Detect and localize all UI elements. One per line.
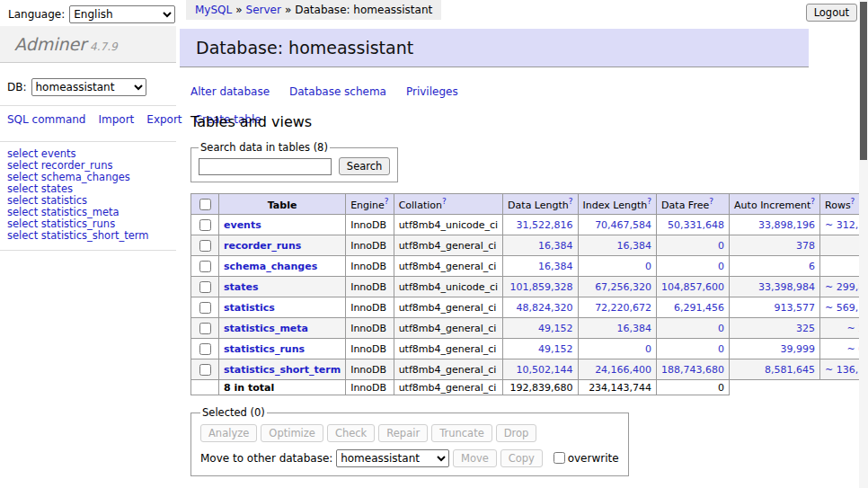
data-free-link[interactable]: 0 — [718, 261, 724, 272]
data-length-link[interactable]: 48,824,320 — [517, 302, 573, 314]
help-link[interactable]: ? — [647, 197, 651, 206]
index-length-link[interactable]: 72,220,672 — [595, 302, 651, 314]
data-free-link[interactable]: 0 — [718, 343, 724, 355]
row-checkbox[interactable] — [199, 302, 211, 314]
data-length-cell: 16,384 — [503, 235, 578, 256]
index-length-link[interactable]: 0 — [645, 343, 651, 355]
selected-action-button[interactable]: Truncate — [431, 424, 492, 442]
table-name-cell: states — [219, 277, 346, 297]
collation-cell: utf8mb4_general_ci — [394, 297, 502, 318]
table-name-link[interactable]: statistics_short_term — [224, 364, 341, 376]
select-all-checkbox[interactable] — [199, 199, 211, 210]
data-length-link[interactable]: 16,384 — [538, 261, 573, 272]
row-checkbox[interactable] — [199, 281, 211, 293]
scrollbar-thumb[interactable] — [860, 2, 867, 160]
auto-increment-link[interactable]: 33,398,984 — [758, 281, 815, 293]
table-name-link[interactable]: statistics_runs — [224, 343, 305, 355]
scrollbar-track[interactable] — [859, 0, 868, 488]
data-length-link[interactable]: 16,384 — [538, 240, 573, 252]
sidebar-menu-link[interactable]: Export — [146, 113, 182, 126]
overwrite-checkbox[interactable] — [554, 452, 565, 464]
auto-increment-link[interactable]: 8,581,645 — [765, 364, 815, 376]
row-checkbox[interactable] — [199, 240, 211, 252]
table-name-link[interactable]: recorder_runs — [224, 240, 301, 252]
data-length-link[interactable]: 101,859,328 — [510, 281, 573, 293]
help-link[interactable]: ? — [385, 197, 389, 206]
search-input[interactable] — [199, 158, 332, 175]
selected-action-button[interactable]: Drop — [496, 424, 537, 442]
data-free-link[interactable]: 6,291,456 — [674, 302, 724, 314]
index-length-link[interactable]: 24,166,400 — [595, 364, 651, 376]
data-length-link[interactable]: 49,152 — [538, 343, 573, 355]
selected-action-button[interactable]: Repair — [378, 424, 428, 442]
help-link[interactable]: ? — [851, 197, 855, 206]
table-name-link[interactable]: statistics_meta — [224, 323, 308, 334]
selected-action-button[interactable]: Check — [327, 424, 375, 442]
overwrite-label: overwrite — [568, 452, 619, 465]
index-length-link[interactable]: 16,384 — [617, 323, 652, 334]
database-actions: Alter databaseDatabase schemaPrivileges — [190, 85, 809, 98]
move-button[interactable]: Move — [453, 449, 497, 467]
search-legend: Search data in tables (8) — [199, 141, 330, 154]
auto-increment-link[interactable]: 325 — [796, 323, 815, 334]
data-free-link[interactable]: 0 — [718, 323, 724, 334]
row-checkbox[interactable] — [199, 343, 211, 355]
copy-button[interactable]: Copy — [500, 449, 543, 467]
data-length-link[interactable]: 31,522,816 — [517, 219, 573, 231]
auto-increment-link[interactable]: 378 — [796, 240, 815, 252]
table-name-link[interactable]: events — [224, 219, 261, 231]
database-action-link[interactable]: Privileges — [406, 85, 458, 98]
help-link[interactable]: ? — [709, 197, 713, 206]
index-length-link[interactable]: 16,384 — [617, 240, 652, 252]
language-select[interactable]: English — [69, 5, 175, 23]
sidebar-menu-link[interactable]: SQL command — [7, 113, 85, 126]
database-action-link[interactable]: Alter database — [190, 85, 270, 98]
data-length-link[interactable]: 49,152 — [538, 323, 573, 334]
index-length-cell: 0 — [578, 256, 657, 277]
row-cell-checkbox — [191, 359, 219, 380]
auto-increment-link[interactable]: 6 — [809, 261, 815, 272]
sidebar-menu-link[interactable]: Import — [98, 113, 134, 126]
search-button[interactable]: Search — [339, 157, 391, 175]
data-free-link[interactable]: 188,743,680 — [661, 364, 724, 376]
table-name-link[interactable]: states — [224, 281, 259, 293]
data-length-link[interactable]: 10,502,144 — [517, 364, 573, 376]
auto-increment-link[interactable]: 33,898,196 — [758, 219, 815, 231]
table-footer-row: 8 in total InnoDB utf8mb4_general_ci 192… — [191, 380, 868, 395]
database-action-link[interactable]: Database schema — [289, 85, 386, 98]
language-label: Language: — [8, 8, 65, 21]
table-name-cell: schema_changes — [219, 256, 346, 277]
row-checkbox[interactable] — [199, 219, 211, 231]
move-database-select[interactable]: homeassistant — [336, 449, 449, 467]
table-name-link[interactable]: schema_changes — [224, 261, 317, 272]
header-cell: Engine? — [346, 194, 394, 215]
breadcrumb-link-server[interactable]: Server — [246, 4, 281, 16]
data-free-link[interactable]: 104,857,600 — [661, 281, 724, 293]
table-header-row: TableEngine?Collation?Data Length?Index … — [191, 194, 868, 215]
header-cell: Index Length? — [578, 194, 657, 215]
footer-total: 8 in total — [219, 380, 346, 395]
selected-action-button[interactable]: Analyze — [200, 424, 257, 442]
auto-increment-cell: 913,577 — [730, 297, 820, 318]
auto-increment-link[interactable]: 913,577 — [775, 302, 816, 314]
data-free-link[interactable]: 0 — [718, 240, 724, 252]
data-free-link[interactable]: 50,331,648 — [668, 219, 724, 231]
auto-increment-link[interactable]: 39,999 — [781, 343, 816, 355]
index-length-link[interactable]: 67,256,320 — [595, 281, 651, 293]
logout-button[interactable]: Logout — [806, 4, 857, 22]
table-row: schema_changes InnoDB utf8mb4_general_ci… — [191, 256, 868, 277]
search-fieldset: Search data in tables (8) Search — [190, 141, 398, 182]
sidebar-table-link[interactable]: select statistics_short_term — [7, 230, 169, 242]
index-length-link[interactable]: 0 — [645, 261, 651, 272]
index-length-link[interactable]: 70,467,584 — [595, 219, 651, 231]
row-checkbox[interactable] — [199, 364, 211, 376]
help-link[interactable]: ? — [569, 197, 573, 206]
help-link[interactable]: ? — [442, 197, 447, 206]
breadcrumb-link-mysql[interactable]: MySQL — [195, 4, 232, 16]
row-checkbox[interactable] — [199, 323, 211, 334]
row-checkbox[interactable] — [199, 261, 211, 272]
selected-action-button[interactable]: Optimize — [261, 424, 323, 442]
db-select[interactable]: homeassistant — [31, 78, 146, 96]
table-name-link[interactable]: statistics — [224, 302, 275, 314]
help-link[interactable]: ? — [810, 197, 815, 206]
